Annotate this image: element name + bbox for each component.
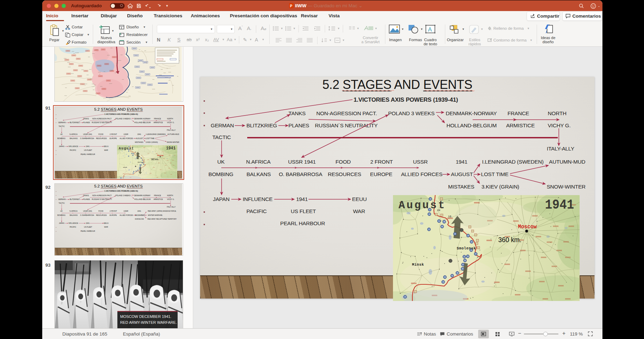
svg-text:26: 26 xyxy=(141,158,142,158)
svg-text:Smolensk: Smolensk xyxy=(137,162,144,163)
svg-text:14: 14 xyxy=(141,165,142,165)
svg-text:16: 16 xyxy=(442,281,444,283)
svg-text:Minsk: Minsk xyxy=(123,167,127,168)
svg-text:49: 49 xyxy=(444,276,446,278)
svg-text:31: 31 xyxy=(132,153,132,154)
svg-text:16: 16 xyxy=(448,215,451,218)
svg-text:31: 31 xyxy=(438,220,440,222)
svg-text:21: 21 xyxy=(463,256,465,258)
svg-text:45: 45 xyxy=(441,226,443,228)
svg-text:Minsk: Minsk xyxy=(412,263,424,267)
svg-text:24: 24 xyxy=(128,151,129,152)
svg-text:26: 26 xyxy=(467,235,469,237)
svg-text:360 km.: 360 km. xyxy=(498,236,521,244)
svg-text:24: 24 xyxy=(131,149,133,150)
svg-text:19: 19 xyxy=(454,233,456,235)
svg-text:Moscow: Moscow xyxy=(518,224,537,230)
svg-text:33: 33 xyxy=(471,241,473,243)
svg-text:37: 37 xyxy=(462,264,464,266)
svg-text:23: 23 xyxy=(120,178,121,178)
svg-text:16: 16 xyxy=(135,152,136,153)
svg-text:Moscow: Moscow xyxy=(158,155,164,157)
svg-text:35: 35 xyxy=(137,170,138,171)
svg-text:Smolensk: Smolensk xyxy=(457,246,476,250)
svg-text:45: 45 xyxy=(133,155,133,155)
svg-text:35: 35 xyxy=(456,272,458,274)
svg-text:28: 28 xyxy=(139,169,140,169)
svg-text:14: 14 xyxy=(467,256,469,257)
svg-text:360 km.: 360 km. xyxy=(151,158,159,161)
svg-text:21: 21 xyxy=(140,165,141,165)
svg-text:12: 12 xyxy=(428,229,430,230)
svg-text:30: 30 xyxy=(140,166,141,166)
svg-text:19: 19 xyxy=(137,157,137,158)
svg-text:42: 42 xyxy=(136,171,136,171)
svg-text:24: 24 xyxy=(428,213,430,215)
svg-text:37: 37 xyxy=(139,167,140,168)
svg-text:23: 23 xyxy=(404,296,406,298)
svg-text:47: 47 xyxy=(143,164,144,164)
svg-text:42: 42 xyxy=(451,275,453,277)
svg-text:12: 12 xyxy=(128,156,129,156)
svg-text:RED ARMY-WINTER WARFARE.: RED ARMY-WINTER WARFARE. xyxy=(120,320,177,324)
svg-text:30: 30 xyxy=(464,260,466,262)
svg-text:MOSCOW DECEMBER 1941.: MOSCOW DECEMBER 1941. xyxy=(120,314,171,319)
svg-text:33: 33 xyxy=(142,160,143,161)
svg-text:16: 16 xyxy=(133,173,134,173)
svg-text:A: A xyxy=(428,26,432,33)
svg-text:38: 38 xyxy=(133,154,134,154)
svg-text:28: 28 xyxy=(462,268,464,270)
svg-text:1941: 1941 xyxy=(545,198,574,212)
svg-text:38: 38 xyxy=(443,221,445,223)
svg-text:P: P xyxy=(290,4,293,8)
svg-text:24: 24 xyxy=(437,209,440,212)
svg-text:1941: 1941 xyxy=(166,146,176,151)
svg-text:49: 49 xyxy=(134,172,134,172)
svg-text:47: 47 xyxy=(475,253,477,255)
